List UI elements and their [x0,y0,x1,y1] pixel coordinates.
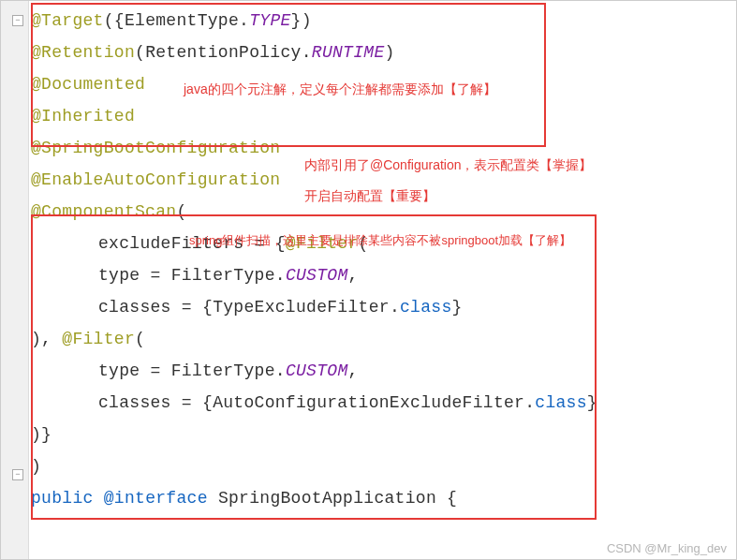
code-line: @Target({ElementType.TYPE}) [31,5,731,37]
annotation-note: 开启自动配置【重要】 [304,188,435,205]
code-line: ) [31,450,731,482]
code-line: @Retention(RetentionPolicy.RUNTIME) [31,37,731,68]
fold-marker-icon[interactable]: − [12,15,23,26]
code-line: @Inherited [31,100,731,132]
annotation-note: java的四个元注解，定义每个注解都需要添加【了解】 [184,81,496,98]
code-line: public @interface SpringBootApplication … [31,482,731,514]
fold-marker-icon[interactable]: − [12,469,23,480]
code-line: type = FilterType.CUSTOM, [31,259,731,291]
annotation-note: spring组件扫描，这里主要是排除某些内容不被springboot加载【了解】 [189,232,571,249]
code-line: type = FilterType.CUSTOM, [31,355,731,387]
code-line: ), @Filter( [31,323,731,355]
watermark: CSDN @Mr_king_dev [607,541,727,555]
editor-gutter: − − [1,1,29,559]
code-line: )} [31,419,731,450]
code-line: classes = {TypeExcludeFilter.class} [31,291,731,323]
code-line: classes = {AutoConfigurationExcludeFilte… [31,387,731,419]
annotation-note: 内部引用了@Configuration，表示配置类【掌握】 [304,157,593,174]
